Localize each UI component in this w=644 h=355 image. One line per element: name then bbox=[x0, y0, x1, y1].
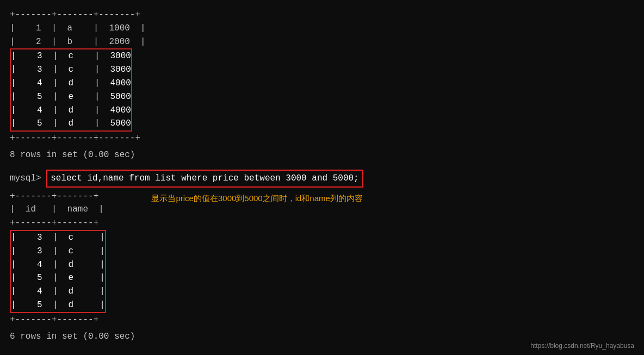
highlighted-row-6: | 5 | d | 5000 bbox=[11, 117, 131, 130]
highlighted-row-3: | 4 | d | 4000 bbox=[11, 77, 131, 90]
highlighted-row-5: | 4 | d | 4000 bbox=[11, 104, 131, 117]
second-divider-1: +-------+-------+ bbox=[10, 190, 135, 203]
annotation-text: 显示当price的值在3000到5000之间时，id和name列的内容 bbox=[151, 192, 362, 204]
sql-command-box: select id,name from list where price bet… bbox=[46, 170, 363, 188]
second-divider-3: +-------+-------+ bbox=[10, 313, 135, 327]
second-table-wrapper: +-------+-------+ | id | name | +-------… bbox=[10, 190, 135, 351]
highlighted-row-2: | 3 | c | 3000 bbox=[11, 63, 131, 77]
highlighted-row-1: | 3 | c | 3000 bbox=[11, 49, 131, 63]
second-row-5: | 4 | d | bbox=[11, 285, 105, 298]
top-rows-info: 8 rows in set (0.00 sec) bbox=[10, 148, 634, 162]
watermark: https://blog.csdn.net/Ryu_hayabusa bbox=[530, 342, 634, 350]
second-row-6: | 5 | d | bbox=[11, 298, 105, 312]
second-row-2: | 3 | c | bbox=[11, 245, 105, 258]
second-table-area: +-------+-------+ | id | name | +-------… bbox=[10, 190, 634, 351]
top-row-1: | 1 | a | 1000 | bbox=[10, 22, 634, 35]
second-highlighted-box: | 3 | c | | 3 | c | | 4 | d | | 5 | e | … bbox=[10, 230, 106, 313]
second-row-3: | 4 | d | bbox=[11, 258, 105, 272]
top-table-section: +-------+-------+-------+ | 1 | a | 1000… bbox=[10, 8, 634, 48]
highlighted-row-4: | 5 | e | 5000 bbox=[11, 90, 131, 104]
second-row-1: | 3 | c | bbox=[11, 231, 105, 245]
second-divider-2: +-------+-------+ bbox=[10, 216, 135, 230]
top-divider-1: +-------+-------+-------+ bbox=[10, 8, 634, 22]
second-row-4: | 5 | e | bbox=[11, 271, 105, 285]
second-rows-info: 6 rows in set (0.00 sec) bbox=[10, 330, 135, 344]
top-divider-2: +-------+-------+-------+ bbox=[10, 132, 634, 145]
highlighted-rows-box: | 3 | c | 3000 | 3 | c | 3000 | 4 | d | … bbox=[10, 48, 132, 132]
terminal-content: +-------+-------+-------+ | 1 | a | 1000… bbox=[10, 8, 634, 351]
mysql-prompt-line: mysql> select id,name from list where pr… bbox=[10, 170, 634, 188]
top-row-2: | 2 | b | 2000 | bbox=[10, 35, 634, 49]
mysql-prompt: mysql> bbox=[10, 172, 46, 185]
second-header: | id | name | bbox=[10, 203, 135, 216]
